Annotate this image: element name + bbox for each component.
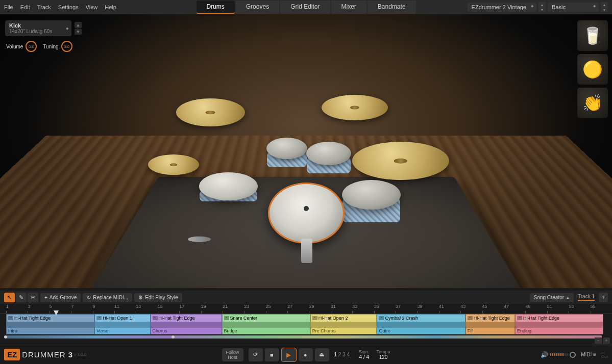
- track-name[interactable]: Track 1: [578, 294, 595, 301]
- tab-bandmate[interactable]: Bandmate: [368, 1, 416, 14]
- preset-next-button[interactable]: ▼: [601, 7, 608, 12]
- pencil-icon: ✎: [19, 294, 23, 301]
- song-creator-button[interactable]: Song Creator▲: [530, 293, 574, 302]
- drum-kit-view: [0, 14, 612, 288]
- midi-button[interactable]: MIDI≡: [581, 352, 596, 357]
- pointer-tool[interactable]: ↖: [4, 293, 15, 302]
- library-prev-button[interactable]: ▲: [538, 2, 546, 7]
- plus-icon: +: [601, 294, 605, 301]
- ruler-tick: 53: [569, 304, 590, 314]
- clip-expand-icon: ⌃: [468, 316, 473, 320]
- ruler-tick: 37: [396, 304, 417, 314]
- instrument-selector: Kick 14x20" Ludwig 60s ▲ ▼: [5, 20, 82, 36]
- snare-drum[interactable]: [199, 172, 258, 200]
- clip-midi: [223, 322, 310, 328]
- transport-controls: FollowHost ⟳ ■ ▶ ● ⏏ 1 2 3 4 Sign. 4 / 4…: [222, 348, 390, 362]
- rack-tom-1[interactable]: [266, 138, 307, 159]
- track-clips: ⌃Hi-Hat Tight EdgeIntro⌃Hi-Hat Open 1Ver…: [0, 314, 612, 334]
- loop-button[interactable]: ⟳: [248, 348, 262, 361]
- add-groove-button[interactable]: +Add Groove: [40, 293, 81, 302]
- record-button[interactable]: ●: [298, 348, 312, 361]
- zoom-in-button[interactable]: +: [603, 337, 610, 344]
- clip-pre-chorus[interactable]: ⌃Hi-Hat Open 2Pre Chorus: [310, 314, 377, 334]
- transport-bar: EZ DRUMMER 3 v 3.0.0 FollowHost ⟳ ■ ▶ ● …: [0, 345, 612, 364]
- clip-midi: [311, 322, 377, 328]
- zoom-out-button[interactable]: −: [595, 337, 602, 344]
- menu-view[interactable]: View: [86, 4, 98, 10]
- tab-drums[interactable]: Drums: [196, 1, 234, 14]
- play-button[interactable]: ▶: [281, 348, 296, 362]
- clip-intro[interactable]: ⌃Hi-Hat Tight EdgeIntro: [6, 314, 94, 334]
- menu-file[interactable]: File: [4, 4, 13, 10]
- menu-settings[interactable]: Settings: [58, 4, 79, 10]
- minimap-handle-end[interactable]: [172, 335, 175, 339]
- timeline-ruler[interactable]: 1357911131517192123252729313335373941434…: [0, 304, 612, 314]
- minimap[interactable]: [0, 334, 612, 341]
- clap-button[interactable]: 👏: [577, 88, 608, 118]
- page-indicator[interactable]: 1 2 3 4: [334, 352, 350, 357]
- tab-grooves[interactable]: Grooves: [236, 1, 279, 14]
- clip-chorus[interactable]: ⌃Hi-Hat Tight EdgeChorus: [151, 314, 222, 334]
- ruler-tick: 51: [547, 304, 569, 314]
- edit-play-style-button[interactable]: ⚙Edit Play Style: [134, 293, 182, 302]
- master-volume[interactable]: 🔊: [541, 351, 576, 358]
- shaker-button[interactable]: 🥛: [577, 20, 608, 51]
- ruler-tick: 23: [244, 304, 265, 314]
- clip-bridge[interactable]: ⌃Snare CenterBridge: [222, 314, 310, 334]
- preset-dropdown[interactable]: Basic: [548, 3, 599, 12]
- instrument-prev-button[interactable]: ▲: [75, 22, 82, 28]
- crash-cymbal-1[interactable]: [176, 98, 245, 126]
- instrument-dropdown[interactable]: Kick 14x20" Ludwig 60s: [5, 20, 71, 36]
- minimap-handle-start[interactable]: [4, 335, 7, 339]
- rack-tom-2[interactable]: [306, 142, 351, 165]
- add-track-button[interactable]: +: [599, 293, 608, 302]
- clip-expand-icon: ⌃: [153, 316, 158, 320]
- pointer-icon: ↖: [7, 294, 12, 301]
- clip-fill[interactable]: ⌃Hi-Hat Tight EdgeFill: [466, 314, 515, 334]
- menu-edit[interactable]: Edit: [20, 4, 30, 10]
- scissors-tool[interactable]: ✂: [28, 293, 38, 302]
- ruler-tick: 47: [504, 304, 525, 314]
- clip-midi: [516, 322, 603, 328]
- tuning-knob[interactable]: 0.0: [61, 41, 72, 52]
- tab-grid-editor[interactable]: Grid Editor: [280, 1, 330, 14]
- replace-midi-button[interactable]: ↻Replace MIDI...: [83, 293, 132, 302]
- hi-hat[interactable]: [148, 154, 199, 175]
- library-selectors: EZdrummer 2 Vintage ▲ ▼ Basic ▲ ▼: [468, 2, 608, 12]
- kick-pedal[interactable]: [301, 239, 312, 263]
- instrument-next-button[interactable]: ▼: [75, 29, 82, 35]
- pencil-tool[interactable]: ✎: [16, 293, 27, 302]
- library-dropdown[interactable]: EZdrummer 2 Vintage: [468, 3, 536, 12]
- clip-verse[interactable]: ⌃Hi-Hat Open 1Verse: [94, 314, 150, 334]
- clip-ending[interactable]: ⌃Hi-Hat Tight EdgeEnding: [515, 314, 603, 334]
- ride-cymbal[interactable]: [352, 142, 449, 180]
- ruler-tick: 19: [201, 304, 223, 314]
- crash-cymbal-2[interactable]: [322, 95, 388, 120]
- ruler-tick: 25: [266, 304, 287, 314]
- tambourine-button[interactable]: 🟡: [577, 54, 608, 85]
- tempo[interactable]: Tempo 120: [377, 349, 390, 360]
- follow-host-button[interactable]: FollowHost: [222, 348, 243, 361]
- clip-outro[interactable]: ⌃Cymbal 2 CrashOutro: [377, 314, 465, 334]
- drum-kit: [153, 81, 459, 284]
- stop-button[interactable]: ■: [264, 348, 279, 361]
- ruler-tick: 1: [6, 304, 28, 314]
- preset-prev-button[interactable]: ▲: [601, 2, 608, 7]
- clip-section: Intro: [7, 328, 94, 334]
- metronome-button[interactable]: ⏏: [314, 348, 329, 361]
- volume-knob[interactable]: 0.0: [26, 41, 37, 52]
- gear-icon: ⚙: [138, 295, 143, 300]
- hihat-pedal[interactable]: [187, 237, 211, 242]
- plus-icon: +: [44, 295, 47, 300]
- library-next-button[interactable]: ▼: [538, 7, 546, 12]
- time-signature[interactable]: Sign. 4 / 4: [359, 349, 370, 360]
- menu-track[interactable]: Track: [37, 4, 51, 10]
- metronome-icon: ⏏: [319, 351, 324, 358]
- view-tabs: Drums Grooves Grid Editor Mixer Bandmate: [196, 1, 415, 14]
- floor-tom[interactable]: [342, 180, 401, 210]
- logo-text: DRUMMER 3: [22, 350, 73, 359]
- ruler-tick: 33: [352, 304, 374, 314]
- menu-help[interactable]: Help: [105, 4, 116, 10]
- kick-drum[interactable]: [268, 183, 345, 244]
- tab-mixer[interactable]: Mixer: [331, 1, 366, 14]
